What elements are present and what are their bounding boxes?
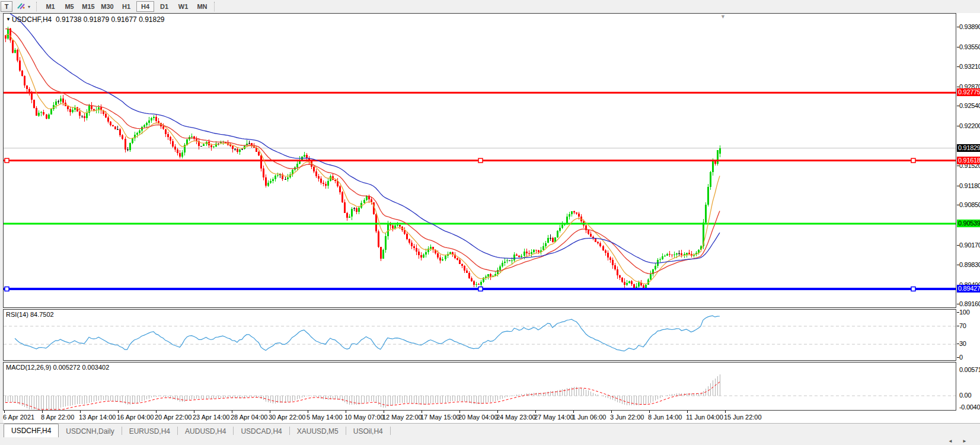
time-tick xyxy=(308,411,308,413)
time-tick xyxy=(80,411,81,413)
time-tick xyxy=(687,411,688,413)
chart-tab-usdcnh-daily[interactable]: USDCNH,Daily xyxy=(59,425,121,437)
timeframe-button-d1[interactable]: D1 xyxy=(155,1,173,12)
chart-tab-usoil-h4[interactable]: USOil,H4 xyxy=(346,425,390,437)
moving-average-slow xyxy=(5,14,720,263)
candlestick-chart[interactable] xyxy=(4,14,956,307)
macd-histogram xyxy=(6,374,720,409)
rsi-tick xyxy=(957,326,959,326)
chart-shift-marker[interactable]: ▼ xyxy=(720,14,726,20)
time-label: 6 Apr 2021 xyxy=(3,414,34,421)
title-dropdown-icon: ▼ xyxy=(6,17,11,22)
time-label: 13 Apr 14:00 xyxy=(79,414,116,421)
time-tick xyxy=(232,411,232,413)
macd-scale-label: -0.004095 xyxy=(959,403,980,411)
text-tool-icon: T xyxy=(5,3,9,10)
time-label: 17 May 15:00 xyxy=(420,414,460,421)
time-tick xyxy=(459,411,460,413)
price-tick-label: 0.89830 xyxy=(959,261,980,268)
ohlc-low: 0.91677 xyxy=(111,15,136,24)
time-tick xyxy=(497,411,498,413)
macd-scale-label: 0.00 xyxy=(959,392,971,399)
tab-separator xyxy=(390,427,391,435)
ohlc-close: 0.91829 xyxy=(139,15,164,24)
rsi-line xyxy=(15,316,720,351)
time-label: 10 May 07:00 xyxy=(344,414,384,421)
timeframe-button-m15[interactable]: M15 xyxy=(79,1,97,12)
time-tick xyxy=(384,411,384,413)
time-label: 5 May 14:00 xyxy=(307,414,343,421)
time-label: 16 Apr 04:00 xyxy=(117,414,154,421)
ohlc-open: 0.91738 xyxy=(56,15,81,24)
time-tick xyxy=(725,411,726,413)
time-tick xyxy=(573,411,574,413)
price-tick-label: 0.93210 xyxy=(959,63,980,70)
timeframe-button-m5[interactable]: M5 xyxy=(60,1,78,12)
rsi-chart[interactable] xyxy=(4,310,956,360)
price-tick-label: 0.91180 xyxy=(959,182,980,189)
macd-panel[interactable] xyxy=(3,362,956,411)
time-tick xyxy=(649,411,650,413)
chart-tab-usdchf-h4[interactable]: USDCHF,H4 xyxy=(4,424,59,437)
rsi-tick xyxy=(957,344,959,344)
line-handle[interactable] xyxy=(911,287,915,291)
time-label: 30 Apr 22:00 xyxy=(269,414,305,421)
scroll-left-button[interactable]: ◄ xyxy=(944,438,957,444)
timeframe-button-h4[interactable]: H4 xyxy=(136,1,154,12)
time-axis[interactable]: 6 Apr 20218 Apr 22:0013 Apr 14:0016 Apr … xyxy=(3,411,956,423)
rsi-scale-label: 70 xyxy=(959,322,966,329)
price-tick-label: 0.92540 xyxy=(959,102,980,109)
price-line-label: 0.91618 xyxy=(957,157,980,164)
text-tool-button[interactable]: T xyxy=(1,1,12,12)
time-label: 8 Jun 14:00 xyxy=(648,414,682,421)
time-label: 1 Jun 06:00 xyxy=(572,414,606,421)
time-tick xyxy=(118,411,119,413)
chevron-down-icon: ▾ xyxy=(28,4,30,9)
time-label: 8 Apr 22:00 xyxy=(41,414,74,421)
macd-chart[interactable] xyxy=(4,363,956,410)
timeframe-button-w1[interactable]: W1 xyxy=(174,1,192,12)
price-line-label: 0.89427 xyxy=(957,285,980,293)
line-handle[interactable] xyxy=(5,158,9,163)
timeframe-button-m1[interactable]: M1 xyxy=(42,1,59,12)
timeframe-button-h1[interactable]: H1 xyxy=(117,1,135,12)
line-handle[interactable] xyxy=(911,158,915,163)
chart-tab-usdcad-h4[interactable]: USDCAD,H4 xyxy=(234,425,289,437)
price-line-label: 0.90539 xyxy=(957,220,980,227)
scroll-right-button[interactable]: ► xyxy=(958,438,971,444)
rsi-scale-label: 100 xyxy=(959,309,969,316)
chart-tab-bar: USDCHF,H4USDCNH,DailyEURUSD,H4AUDUSD,H4U… xyxy=(0,423,980,437)
line-studies-button[interactable]: ▾ xyxy=(14,1,33,12)
time-label: 3 Jun 22:00 xyxy=(610,414,644,421)
chart-title: ▼USDCHF,H4 0.91738 0.91879 0.91677 0.918… xyxy=(6,15,165,24)
time-tick xyxy=(194,411,194,413)
price-axis[interactable]: 0.938900.935500.932100.928700.925400.922… xyxy=(956,13,980,423)
time-tick xyxy=(535,411,536,413)
bottom-scroll-strip: ◄ ► xyxy=(0,437,980,445)
time-tick xyxy=(4,411,5,413)
time-label: 28 Apr 04:00 xyxy=(231,414,267,421)
timeframe-group: M1M5M15M30H1H4D1W1MN xyxy=(41,1,212,12)
timeframe-button-m30[interactable]: M30 xyxy=(98,1,116,12)
time-label: 27 May 14:00 xyxy=(534,414,574,421)
chart-tab-xauusd-m5[interactable]: XAUUSD,M5 xyxy=(290,425,346,437)
chart-tab-audusd-h4[interactable]: AUDUSD,H4 xyxy=(178,425,233,437)
price-tick-label: 0.92200 xyxy=(959,122,980,129)
chart-tab-eurusd-h4[interactable]: EURUSD,H4 xyxy=(122,425,177,437)
time-label: 15 Jun 22:00 xyxy=(724,414,762,421)
price-tick-label: 0.93890 xyxy=(959,23,980,30)
rsi-scale-label: 30 xyxy=(959,340,966,347)
line-handle[interactable] xyxy=(478,158,483,163)
rsi-panel[interactable] xyxy=(3,309,956,361)
rsi-tick xyxy=(957,357,959,358)
line-handle[interactable] xyxy=(5,287,9,291)
timeframe-button-mn[interactable]: MN xyxy=(193,1,211,12)
price-tick-label: 0.90170 xyxy=(959,241,980,249)
moving-average-medium xyxy=(5,29,720,274)
main-chart-panel[interactable] xyxy=(3,13,956,308)
time-label: 12 May 22:00 xyxy=(382,414,422,421)
candles xyxy=(5,27,721,290)
line-handle[interactable] xyxy=(478,287,483,291)
rsi-scale-label: 0 xyxy=(959,354,963,361)
time-tick xyxy=(346,411,346,413)
